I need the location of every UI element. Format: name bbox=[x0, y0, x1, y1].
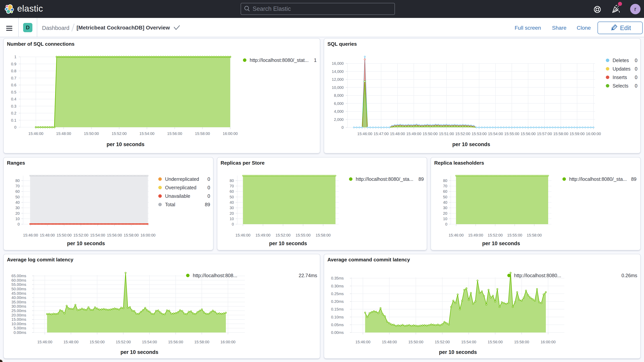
svg-text:16:00:00: 16:00:00 bbox=[586, 132, 601, 136]
svg-text:15:46:00: 15:46:00 bbox=[355, 340, 370, 344]
svg-text:SQL queries: SQL queries bbox=[328, 41, 357, 47]
svg-text:15:58:00: 15:58:00 bbox=[514, 340, 529, 344]
svg-text:Average log commit latency: Average log commit latency bbox=[7, 257, 74, 262]
svg-text:http://localhost:8080/_stat...: http://localhost:8080/_stat... bbox=[250, 58, 309, 63]
svg-text:0: 0 bbox=[208, 176, 210, 182]
svg-text:50: 50 bbox=[230, 195, 234, 199]
svg-text:30.00ms: 30.00ms bbox=[12, 304, 26, 308]
svg-text:5.00ms: 5.00ms bbox=[14, 326, 26, 330]
svg-text:Selects: Selects bbox=[612, 83, 628, 88]
svg-text:15:50:00: 15:50:00 bbox=[90, 340, 105, 344]
svg-text:0: 0 bbox=[208, 193, 210, 199]
svg-text:15:56:00: 15:56:00 bbox=[167, 132, 182, 136]
svg-text:0.25ms: 0.25ms bbox=[331, 292, 344, 296]
svg-text:15:46:00: 15:46:00 bbox=[357, 132, 372, 136]
svg-text:35.00ms: 35.00ms bbox=[12, 300, 26, 304]
svg-text:40: 40 bbox=[230, 200, 234, 204]
svg-text:15:52:00: 15:52:00 bbox=[116, 340, 131, 344]
svg-text:0.5: 0.5 bbox=[11, 90, 16, 94]
svg-text:70: 70 bbox=[16, 184, 20, 188]
svg-text:http://localhost:8080/_sta...: http://localhost:8080/_sta... bbox=[569, 176, 627, 182]
svg-text:0: 0 bbox=[635, 66, 638, 72]
svg-text:0.20ms: 0.20ms bbox=[331, 299, 344, 304]
svg-text:per 10 seconds: per 10 seconds bbox=[482, 240, 520, 246]
svg-text:Number of SQL connections: Number of SQL connections bbox=[7, 41, 74, 47]
svg-text:89: 89 bbox=[205, 202, 210, 207]
svg-text:15:49:00: 15:49:00 bbox=[406, 132, 421, 136]
svg-text:15:49:00: 15:49:00 bbox=[468, 233, 483, 237]
svg-text:15:46:00: 15:46:00 bbox=[28, 132, 44, 136]
svg-text:0.15ms: 0.15ms bbox=[331, 307, 344, 311]
svg-text:0.30ms: 0.30ms bbox=[331, 284, 344, 288]
svg-text:15:58:00: 15:58:00 bbox=[527, 233, 542, 237]
svg-text:Total: Total bbox=[165, 202, 175, 207]
svg-text:6,000: 6,000 bbox=[334, 102, 344, 106]
svg-text:0.35ms: 0.35ms bbox=[331, 276, 344, 280]
svg-text:80: 80 bbox=[16, 178, 20, 183]
svg-text:15:54:00: 15:54:00 bbox=[461, 340, 476, 344]
svg-text:15:54:00: 15:54:00 bbox=[142, 340, 157, 344]
svg-text:15:48:00: 15:48:00 bbox=[64, 340, 78, 344]
svg-text:Updates: Updates bbox=[612, 66, 630, 72]
svg-text:15:54:00: 15:54:00 bbox=[140, 132, 154, 136]
svg-text:22.74ms: 22.74ms bbox=[299, 273, 317, 278]
svg-text:15:52:00: 15:52:00 bbox=[112, 132, 127, 136]
svg-text:0: 0 bbox=[635, 83, 638, 88]
svg-text:15:46:00: 15:46:00 bbox=[236, 233, 250, 237]
svg-text:Unavailable: Unavailable bbox=[165, 193, 190, 199]
svg-text:15:55:00: 15:55:00 bbox=[504, 132, 519, 136]
svg-text:15:58:00: 15:58:00 bbox=[316, 233, 331, 237]
svg-text:15:47:00: 15:47:00 bbox=[374, 132, 389, 136]
svg-text:50: 50 bbox=[443, 195, 447, 199]
svg-text:0.3: 0.3 bbox=[11, 104, 16, 108]
svg-text:30: 30 bbox=[443, 206, 447, 210]
svg-text:15:48:00: 15:48:00 bbox=[382, 340, 397, 344]
svg-text:15:52:00: 15:52:00 bbox=[455, 132, 470, 136]
svg-text:15:46:00: 15:46:00 bbox=[449, 233, 464, 237]
svg-text:0.26ms: 0.26ms bbox=[622, 273, 637, 278]
svg-text:15:46:00: 15:46:00 bbox=[37, 340, 52, 344]
svg-text:0.4: 0.4 bbox=[11, 97, 16, 101]
svg-text:0: 0 bbox=[445, 222, 447, 226]
svg-text:per 10 seconds: per 10 seconds bbox=[439, 349, 477, 355]
svg-text:0.10ms: 0.10ms bbox=[331, 315, 344, 319]
svg-text:55.00ms: 55.00ms bbox=[12, 282, 26, 287]
svg-text:15:51:00: 15:51:00 bbox=[439, 132, 454, 136]
svg-text:per 10 seconds: per 10 seconds bbox=[107, 142, 144, 147]
svg-text:15:56:00: 15:56:00 bbox=[520, 132, 536, 136]
svg-text:20.00ms: 20.00ms bbox=[12, 313, 26, 317]
svg-text:15:50:00: 15:50:00 bbox=[423, 132, 438, 136]
svg-text:40: 40 bbox=[16, 200, 20, 204]
svg-text:0.00ms: 0.00ms bbox=[14, 330, 26, 335]
svg-text:1: 1 bbox=[14, 55, 16, 59]
svg-text:10.00ms: 10.00ms bbox=[12, 322, 26, 326]
svg-text:0.6: 0.6 bbox=[11, 83, 16, 87]
svg-text:15:58:00: 15:58:00 bbox=[194, 340, 210, 344]
svg-text:r: r bbox=[634, 6, 636, 12]
svg-text:15:56:00: 15:56:00 bbox=[488, 340, 503, 344]
svg-text:0: 0 bbox=[342, 125, 344, 130]
svg-text:15:52:00: 15:52:00 bbox=[488, 233, 503, 237]
svg-text:Inserts: Inserts bbox=[612, 74, 627, 80]
svg-text:10: 10 bbox=[16, 217, 20, 221]
svg-text:15:54:00: 15:54:00 bbox=[488, 132, 503, 136]
svg-text:40: 40 bbox=[443, 200, 447, 204]
svg-text:15:49:00: 15:49:00 bbox=[256, 233, 270, 237]
svg-text:60.00ms: 60.00ms bbox=[12, 278, 26, 282]
svg-text:89: 89 bbox=[418, 176, 424, 182]
svg-text:8,000: 8,000 bbox=[334, 93, 344, 98]
svg-text:15:55:00: 15:55:00 bbox=[507, 233, 522, 237]
svg-text:Underreplicated: Underreplicated bbox=[165, 176, 199, 182]
svg-text:60: 60 bbox=[230, 189, 234, 194]
svg-text:15:58:00: 15:58:00 bbox=[553, 132, 568, 136]
svg-text:Average command commit latency: Average command commit latency bbox=[328, 257, 410, 262]
svg-text:70: 70 bbox=[230, 184, 234, 188]
svg-text:65.00ms: 65.00ms bbox=[12, 274, 26, 278]
svg-text:15:48:00: 15:48:00 bbox=[56, 132, 71, 136]
svg-text:70: 70 bbox=[443, 184, 447, 188]
svg-text:0: 0 bbox=[232, 222, 234, 226]
svg-text:16:00:00: 16:00:00 bbox=[140, 233, 156, 237]
svg-text:0.05ms: 0.05ms bbox=[331, 323, 344, 327]
svg-text:30: 30 bbox=[230, 206, 234, 210]
svg-text:15:56:00: 15:56:00 bbox=[107, 233, 122, 237]
